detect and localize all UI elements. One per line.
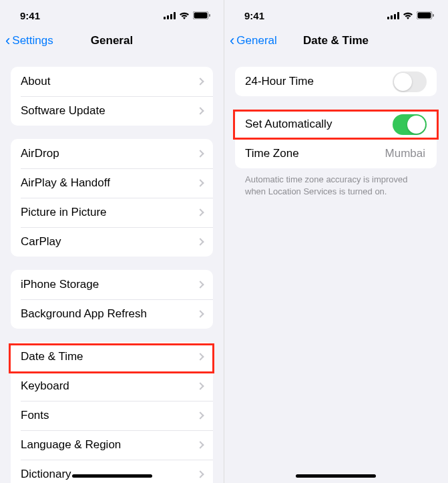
chevron-right-icon (196, 470, 204, 478)
cellular-signal-icon (387, 12, 399, 19)
settings-group-storage: iPhone Storage Background App Refresh (11, 270, 213, 329)
svg-rect-12 (418, 13, 431, 19)
row-label: Background App Refresh (21, 307, 192, 321)
toggle-knob-icon (407, 116, 425, 134)
back-button[interactable]: ‹ General (230, 33, 277, 48)
row-keyboard[interactable]: Keyboard (11, 371, 213, 401)
toggle-24-hour[interactable] (393, 71, 427, 92)
row-label: iPhone Storage (21, 278, 192, 291)
group-24hour: 24-Hour Time (235, 67, 437, 96)
settings-group-connectivity: AirDrop AirPlay & Handoff Picture in Pic… (11, 139, 213, 257)
row-language-region[interactable]: Language & Region (11, 430, 213, 460)
svg-rect-5 (194, 13, 208, 19)
chevron-right-icon (196, 353, 204, 360)
row-label: CarPlay (21, 235, 192, 249)
footer-note: Automatic time zone accuracy is improved… (235, 168, 437, 197)
nav-bar: ‹ General Date & Time (224, 27, 447, 55)
row-software-update[interactable]: Software Update (11, 96, 213, 126)
row-label: AirDrop (21, 147, 192, 160)
svg-rect-3 (174, 12, 176, 19)
status-bar: 9:41 (224, 0, 447, 27)
chevron-right-icon (196, 179, 204, 186)
row-picture-in-picture[interactable]: Picture in Picture (11, 198, 213, 227)
status-time: 9:41 (244, 10, 264, 21)
group-auto-timezone: Set Automatically Time Zone Mumbai (235, 110, 437, 168)
row-label: Fonts (21, 409, 192, 422)
row-time-zone[interactable]: Time Zone Mumbai (235, 139, 437, 168)
settings-group-system: Date & Time Keyboard Fonts Language & Re… (11, 342, 213, 483)
svg-rect-6 (209, 14, 210, 17)
row-label: Picture in Picture (21, 206, 192, 219)
svg-rect-7 (387, 17, 389, 19)
svg-rect-13 (433, 14, 434, 17)
toggle-set-automatically[interactable] (393, 114, 427, 135)
page-title: Date & Time (303, 34, 369, 47)
home-indicator[interactable] (296, 474, 376, 478)
row-label: Keyboard (21, 379, 192, 393)
settings-content: About Software Update AirDrop AirPlay & … (0, 67, 224, 483)
screen-date-time: 9:41 ‹ General Date & Time 24-Hour Time (224, 0, 447, 483)
chevron-right-icon (196, 310, 204, 317)
row-label: Set Automatically (245, 118, 393, 131)
svg-rect-1 (167, 15, 169, 19)
row-airplay-handoff[interactable]: AirPlay & Handoff (11, 168, 213, 198)
row-label: About (21, 75, 192, 88)
screen-general: 9:41 ‹ Settings General About (0, 0, 224, 483)
back-label: General (236, 34, 276, 47)
battery-icon (193, 11, 210, 19)
page-title: General (91, 34, 133, 47)
chevron-right-icon (196, 441, 204, 448)
row-background-app-refresh[interactable]: Background App Refresh (11, 299, 213, 329)
row-date-time[interactable]: Date & Time (11, 342, 213, 371)
home-indicator[interactable] (72, 474, 152, 478)
cellular-signal-icon (164, 12, 176, 19)
wifi-icon (403, 11, 413, 19)
nav-bar: ‹ Settings General (0, 27, 224, 55)
row-airdrop[interactable]: AirDrop (11, 139, 213, 168)
chevron-right-icon (196, 382, 204, 389)
row-label: Language & Region (21, 438, 192, 452)
toggle-knob-icon (394, 73, 412, 91)
row-label: Software Update (21, 104, 192, 118)
back-label: Settings (12, 34, 53, 47)
row-label: Date & Time (21, 350, 192, 363)
svg-rect-2 (170, 14, 172, 19)
status-indicators (164, 11, 210, 19)
row-dictionary[interactable]: Dictionary (11, 460, 213, 483)
svg-rect-0 (164, 17, 166, 19)
row-24-hour-time: 24-Hour Time (235, 67, 437, 96)
settings-group-about: About Software Update (11, 67, 213, 126)
chevron-right-icon (196, 238, 204, 245)
svg-rect-9 (394, 14, 396, 19)
chevron-right-icon (196, 281, 204, 288)
timezone-value: Mumbai (385, 147, 425, 160)
status-indicators (387, 11, 434, 19)
chevron-right-icon (196, 150, 204, 157)
chevron-right-icon (196, 412, 204, 419)
chevron-right-icon (196, 208, 204, 216)
chevron-left-icon: ‹ (5, 33, 10, 48)
battery-icon (417, 11, 434, 19)
row-set-automatically: Set Automatically (235, 110, 437, 139)
row-label: 24-Hour Time (245, 75, 393, 88)
chevron-left-icon: ‹ (230, 33, 234, 48)
chevron-right-icon (196, 77, 204, 85)
back-button[interactable]: ‹ Settings (5, 33, 53, 48)
row-iphone-storage[interactable]: iPhone Storage (11, 270, 213, 299)
row-carplay[interactable]: CarPlay (11, 227, 213, 257)
status-bar: 9:41 (0, 0, 224, 27)
row-about[interactable]: About (11, 67, 213, 96)
svg-rect-8 (391, 15, 393, 19)
row-fonts[interactable]: Fonts (11, 401, 213, 430)
svg-rect-10 (397, 12, 399, 19)
status-time: 9:41 (20, 10, 40, 21)
row-label: Time Zone (245, 147, 385, 160)
wifi-icon (179, 11, 190, 19)
row-label: AirPlay & Handoff (21, 176, 192, 190)
chevron-right-icon (196, 107, 204, 114)
date-time-content: 24-Hour Time Set Automatically Time Zone… (224, 67, 447, 197)
